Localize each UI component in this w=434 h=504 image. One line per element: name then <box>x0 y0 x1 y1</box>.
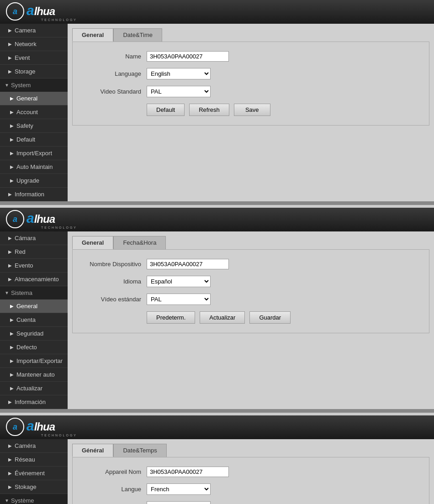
sidebar-item-safety[interactable]: ▶Safety <box>0 119 68 133</box>
main-content: GeneralFecha&HoraNombre DispositivoIdiom… <box>68 231 434 409</box>
sidebar-item-syst-me[interactable]: ▼Système <box>0 494 68 504</box>
button-row: DefaultRefreshSave <box>147 104 420 116</box>
sidebar-label: Actualizar <box>16 385 42 392</box>
sidebar-item-camera[interactable]: ▶Camera <box>0 24 68 37</box>
form-row: Vidéo StandardPALNTSC <box>82 501 420 504</box>
sidebar: ▶Camera▶Network▶Event▶Storage▼System▶Gen… <box>0 24 68 201</box>
sidebar-item-cuenta[interactable]: ▶Cuenta <box>0 313 68 327</box>
btn-actualizar[interactable]: Actualizar <box>200 311 245 324</box>
sidebar-item-importar-exportar[interactable]: ▶Importar/Exportar <box>0 354 68 368</box>
device-name-input[interactable] <box>147 51 229 62</box>
sidebar-item-evento[interactable]: ▶Evento <box>0 259 68 273</box>
sidebar-item-almacenamiento[interactable]: ▶Almacenamiento <box>0 273 68 286</box>
sidebar-label: Stokage <box>15 483 37 490</box>
header: a a lhua TECHNOLOGY <box>0 0 434 24</box>
sidebar-label: Red <box>15 248 26 255</box>
sidebar-item-general[interactable]: ▶General <box>0 92 68 105</box>
btn-guardar[interactable]: Guardar <box>249 311 291 324</box>
sidebar-arrow: ▶ <box>8 42 12 47</box>
header: a a lhua TECHNOLOGY <box>0 415 434 439</box>
app-body: ▶Camera▶Network▶Event▶Storage▼System▶Gen… <box>0 24 434 201</box>
select-vid-o-standard[interactable]: PALNTSC <box>147 501 211 504</box>
sidebar-item-r-seau[interactable]: ▶Réseau <box>0 453 68 467</box>
sidebar-item-system[interactable]: ▼System <box>0 79 68 92</box>
btn-refresh[interactable]: Refresh <box>189 104 229 116</box>
sidebar-label: Événement <box>15 470 45 477</box>
sidebar-item-seguridad[interactable]: ▶Seguridad <box>0 327 68 341</box>
sidebar-arrow: ▶ <box>8 457 12 462</box>
sidebar-item-auto-maintain[interactable]: ▶Auto Maintain <box>0 160 68 174</box>
sidebar-label: Upgrade <box>16 177 39 184</box>
sidebar-label: Import/Export <box>16 150 52 157</box>
sidebar-arrow: ▶ <box>8 399 12 404</box>
sidebar-label: Storage <box>15 68 36 75</box>
sidebar-item-actualizar[interactable]: ▶Actualizar <box>0 382 68 395</box>
tab-general[interactable]: General <box>72 236 113 249</box>
select-video-standard[interactable]: PALNTSC <box>147 86 211 97</box>
logo-icon: a <box>5 2 25 21</box>
form-row: Nombre Dispositivo <box>82 259 420 269</box>
sidebar-item-event[interactable]: ▶Event <box>0 51 68 65</box>
sidebar-item-default[interactable]: ▶Default <box>0 133 68 147</box>
device-name-input[interactable] <box>147 259 229 269</box>
sidebar-item-c-mara[interactable]: ▶Cámara <box>0 231 68 245</box>
tab-date-temps[interactable]: Date&Temps <box>113 444 166 457</box>
tab-general[interactable]: General <box>72 28 113 42</box>
sidebar-label: Network <box>15 41 37 47</box>
sidebar-item-cam-ra[interactable]: ▶Caméra <box>0 439 68 453</box>
form-label: Language <box>82 70 141 77</box>
sidebar-item-mantener-auto[interactable]: ▶Mantener auto <box>0 368 68 382</box>
btn-predeterm-[interactable]: Predeterm. <box>147 311 195 324</box>
select-v-deo-est-ndar[interactable]: PALNTSC <box>147 294 211 305</box>
sidebar-label: Information <box>15 191 44 198</box>
panel-divider <box>0 201 434 205</box>
sidebar-item-sistema[interactable]: ▼Sistema <box>0 286 68 299</box>
content-area: Nombre DispositivoIdiomaEspañolEnglishFr… <box>72 249 429 333</box>
sidebar-item-informaci-n[interactable]: ▶Información <box>0 395 68 409</box>
form-row: LanguageEnglishFrenchSpanish <box>82 68 420 79</box>
form-label: Appareil Nom <box>82 468 141 475</box>
sidebar-item-stokage[interactable]: ▶Stokage <box>0 480 68 494</box>
form-label: Nombre Dispositivo <box>82 261 141 268</box>
form-row: Name <box>82 51 420 62</box>
sidebar-arrow: ▶ <box>10 304 14 309</box>
sidebar-item-information[interactable]: ▶Information <box>0 188 68 201</box>
tab-fecha-hora[interactable]: Fecha&Hora <box>113 236 166 249</box>
form-row: Video StandardPALNTSC <box>82 86 420 97</box>
sidebar-item-upgrade[interactable]: ▶Upgrade <box>0 174 68 188</box>
btn-save[interactable]: Save <box>234 104 270 116</box>
sidebar-arrow: ▶ <box>8 443 12 448</box>
select-language[interactable]: EnglishFrenchSpanish <box>147 68 211 79</box>
sidebar-item-general[interactable]: ▶General <box>0 299 68 313</box>
sidebar-label: Importar/Exportar <box>16 357 63 364</box>
select-idioma[interactable]: EspañolEnglishFrench <box>147 276 211 287</box>
sidebar-arrow: ▶ <box>8 484 12 489</box>
svg-text:a: a <box>13 422 17 431</box>
device-name-input[interactable] <box>147 467 229 477</box>
sidebar-arrow: ▶ <box>10 137 14 142</box>
sidebar-arrow: ▼ <box>5 290 9 295</box>
sidebar-item-defecto[interactable]: ▶Defecto <box>0 341 68 354</box>
sidebar-item-storage[interactable]: ▶Storage <box>0 65 68 79</box>
sidebar-label: System <box>11 82 31 89</box>
select-langue[interactable]: FrenchEnglishEspañol <box>147 483 211 495</box>
sidebar-arrow: ▶ <box>10 110 14 115</box>
header: a a lhua TECHNOLOGY <box>0 208 434 231</box>
form-row: LangueFrenchEnglishEspañol <box>82 483 420 495</box>
sidebar-label: General <box>16 303 37 310</box>
sidebar-arrow: ▶ <box>10 96 14 101</box>
sidebar-item-red[interactable]: ▶Red <box>0 245 68 259</box>
tab-date-time[interactable]: Date&Time <box>113 28 162 42</box>
logo-icon: a <box>5 210 25 229</box>
sidebar-item--v-nement[interactable]: ▶Événement <box>0 467 68 480</box>
sidebar-item-account[interactable]: ▶Account <box>0 105 68 119</box>
sidebar-item-network[interactable]: ▶Network <box>0 37 68 51</box>
content-area: NameLanguageEnglishFrenchSpanishVideo St… <box>72 42 429 126</box>
btn-default[interactable]: Default <box>147 104 185 116</box>
tab-g-n-ral[interactable]: Général <box>72 444 113 457</box>
sidebar-arrow: ▶ <box>8 249 12 254</box>
logo: a a lhua TECHNOLOGY <box>5 210 77 230</box>
content-area: Appareil NomLangueFrenchEnglishEspañolVi… <box>72 457 429 504</box>
logo: a a lhua TECHNOLOGY <box>5 417 77 438</box>
sidebar-item-import-export[interactable]: ▶Import/Export <box>0 147 68 160</box>
